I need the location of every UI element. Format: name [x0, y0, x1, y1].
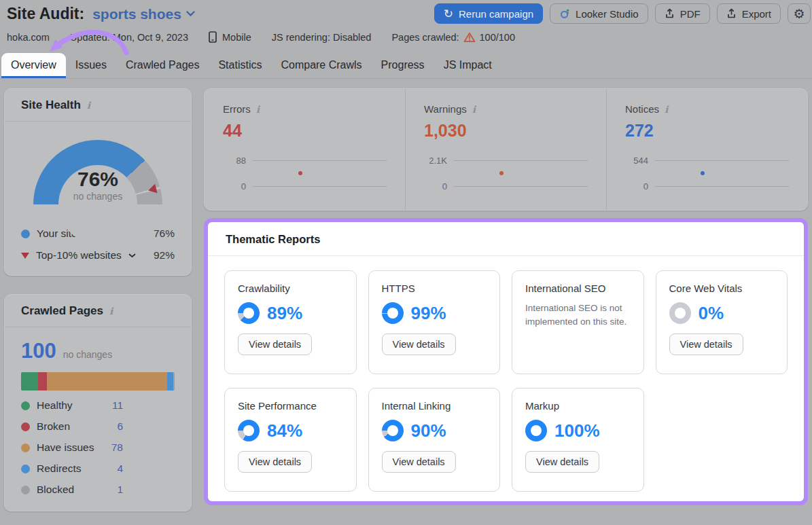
- thematic-cards-grid: Crawlability 89% View details HTTPS 99% …: [208, 256, 804, 505]
- card-markup: Markup 100% View details: [512, 388, 644, 492]
- score-ring: [525, 420, 547, 441]
- header: Site Audit: sports shoes ↻ Rerun campaig…: [0, 0, 812, 24]
- tab-bar: Overview Issues Crawled Pages Statistics…: [0, 53, 812, 79]
- bar-segment-blocked[interactable]: [173, 372, 175, 391]
- rerun-icon: ↻: [444, 8, 453, 20]
- errors-trend-chart: 88 0: [223, 156, 387, 191]
- your-site-dot: [21, 230, 30, 238]
- tab-compare-crawls[interactable]: Compare Crawls: [271, 53, 371, 78]
- pages-crawled-value: 100/100: [480, 32, 515, 43]
- card-site-performance: Site Performance 84% View details: [224, 388, 357, 492]
- audit-updated: Updated: Mon, Oct 9, 2023: [70, 32, 188, 43]
- export-button[interactable]: Export: [717, 3, 781, 24]
- score-percent: 89%: [267, 303, 302, 324]
- main-column: Errors 44 88 0 Warnings 1,030 2.1K: [204, 88, 808, 505]
- card-description: International SEO is not implemented on …: [525, 302, 631, 328]
- have-issues-dot: [21, 443, 30, 452]
- info-icon[interactable]: [256, 104, 260, 115]
- view-details-button[interactable]: View details: [238, 451, 312, 473]
- looker-studio-button[interactable]: Looker Studio: [550, 3, 648, 24]
- sidebar: Site Health 76% no changes Your site 76%: [4, 88, 192, 505]
- crawled-pages-panel: Crawled Pages 100 no changes Healthy: [4, 294, 192, 511]
- tab-issues[interactable]: Issues: [66, 53, 116, 78]
- score-ring: [382, 420, 404, 441]
- site-health-value: 76%: [33, 168, 162, 191]
- site-health-title: Site Health: [21, 98, 81, 112]
- thematic-reports-title: Thematic Reports: [208, 222, 804, 256]
- broken-dot: [21, 422, 30, 431]
- tab-statistics[interactable]: Statistics: [209, 53, 271, 78]
- view-details-button[interactable]: View details: [382, 451, 456, 473]
- notices-column: Notices 272 544 0: [606, 89, 807, 210]
- audit-meta-bar: hoka.com Updated: Mon, Oct 9, 2023 Mobil…: [0, 24, 812, 43]
- overview-content: Site Health 76% no changes Your site 76%: [0, 79, 812, 505]
- legend-row-have-issues: Have issues 78: [21, 441, 123, 454]
- benchmark-triangle-icon: [21, 253, 29, 259]
- chevron-down-icon: [186, 11, 195, 17]
- upload-icon: [726, 8, 737, 19]
- gear-icon: ⚙: [793, 6, 805, 22]
- bar-segment-healthy[interactable]: [21, 372, 38, 391]
- view-details-button[interactable]: View details: [669, 333, 743, 355]
- warnings-data-point: [499, 171, 504, 175]
- looker-studio-icon: [559, 8, 570, 19]
- crawled-pages-total: 100: [21, 339, 56, 363]
- notices-count[interactable]: 272: [625, 121, 789, 141]
- tab-overview[interactable]: Overview: [1, 53, 66, 78]
- crawled-pages-stacked-bar: [21, 372, 175, 391]
- pages-crawled-status: Pages crawled: 100/100: [391, 32, 515, 43]
- score-percent: 100%: [554, 420, 600, 441]
- score-percent: 90%: [411, 420, 446, 441]
- card-international-seo: International SEO International SEO is n…: [512, 270, 644, 374]
- settings-button[interactable]: ⚙: [788, 3, 811, 24]
- score-percent: 99%: [411, 303, 446, 324]
- issues-summary-panel: Errors 44 88 0 Warnings 1,030 2.1K: [204, 88, 808, 211]
- notices-data-point: [701, 171, 705, 175]
- card-core-web-vitals: Core Web Vitals 0% View details: [656, 270, 788, 374]
- view-details-button[interactable]: View details: [238, 333, 312, 355]
- site-health-change: no changes: [33, 191, 162, 202]
- view-details-button[interactable]: View details: [382, 333, 456, 355]
- info-icon[interactable]: [472, 104, 476, 115]
- healthy-dot: [21, 401, 30, 410]
- warning-icon: [463, 32, 476, 43]
- bar-segment-redirects[interactable]: [167, 372, 173, 391]
- errors-count[interactable]: 44: [223, 121, 387, 141]
- score-percent: 0%: [699, 303, 724, 324]
- pdf-button[interactable]: PDF: [655, 3, 710, 24]
- legend-row-broken: Broken 6: [21, 420, 123, 433]
- site-health-panel: Site Health 76% no changes Your site 76%: [4, 88, 192, 276]
- audit-domain: hoka.com: [7, 32, 50, 43]
- card-crawlability: Crawlability 89% View details: [224, 270, 357, 374]
- info-icon[interactable]: [665, 104, 668, 115]
- js-rendering-status: JS rendering: Disabled: [272, 32, 372, 43]
- bar-segment-broken[interactable]: [38, 372, 48, 391]
- view-details-button[interactable]: View details: [525, 451, 599, 473]
- errors-column: Errors 44 88 0: [205, 89, 405, 210]
- warnings-column: Warnings 1,030 2.1K 0: [405, 89, 606, 210]
- card-internal-linking: Internal Linking 90% View details: [368, 388, 501, 492]
- legend-row-healthy: Healthy 11: [21, 399, 123, 412]
- bar-segment-have-issues[interactable]: [47, 372, 166, 391]
- header-actions: ↻ Rerun campaign Looker Studio PDF Expor…: [434, 3, 811, 24]
- crawled-pages-title: Crawled Pages: [21, 304, 103, 318]
- notices-trend-chart: 544 0: [625, 156, 789, 191]
- thematic-reports-panel: Thematic Reports Crawlability 89% View d…: [204, 218, 808, 505]
- campaign-selector[interactable]: sports shoes: [92, 6, 195, 22]
- warnings-count[interactable]: 1,030: [424, 121, 588, 141]
- tab-js-impact[interactable]: JS Impact: [434, 53, 501, 78]
- crawled-pages-change: no changes: [63, 349, 112, 360]
- legend-row-redirects: Redirects 4: [21, 463, 123, 475]
- campaign-name: sports shoes: [92, 6, 181, 22]
- score-ring: [238, 302, 260, 324]
- tab-progress[interactable]: Progress: [372, 53, 434, 78]
- rerun-campaign-button[interactable]: ↻ Rerun campaign: [434, 3, 543, 24]
- page-title: Site Audit:: [7, 5, 84, 23]
- score-percent: 84%: [267, 420, 302, 441]
- info-icon[interactable]: [87, 100, 90, 111]
- score-ring: [669, 302, 691, 324]
- tab-crawled-pages[interactable]: Crawled Pages: [116, 53, 209, 78]
- info-icon[interactable]: [109, 306, 113, 316]
- mobile-icon: [209, 31, 217, 43]
- warnings-trend-chart: 2.1K 0: [424, 156, 588, 191]
